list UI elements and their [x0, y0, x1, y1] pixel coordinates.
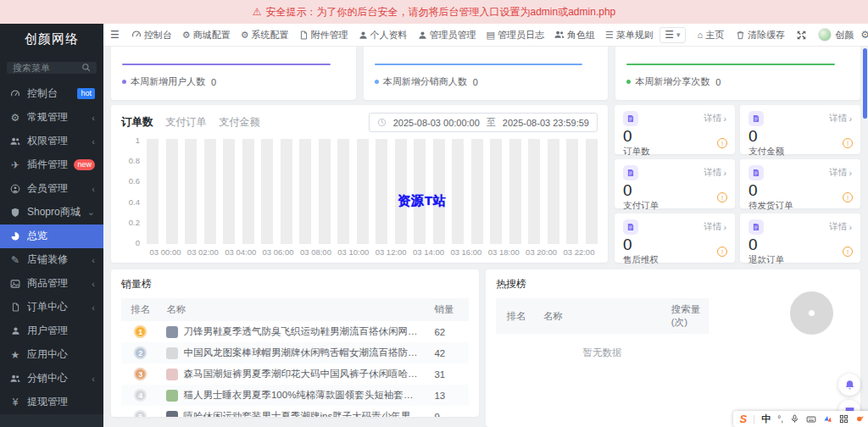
detail-link[interactable]: 详情› [704, 113, 727, 125]
fullscreen-icon[interactable] [792, 30, 811, 40]
sidebar-item[interactable]: ⚙常规管理‹ [0, 106, 103, 130]
topnav-item-label: 系统配置 [252, 29, 289, 42]
users-icon [554, 30, 565, 40]
ime-logo[interactable]: S [740, 413, 748, 425]
sidebar-item[interactable]: ✈插件管理new [0, 153, 103, 177]
info-circle-icon[interactable]: ! [717, 247, 727, 257]
detail-link[interactable]: 详情› [704, 167, 727, 179]
ime-symbol-icon[interactable]: °, [777, 414, 783, 424]
topnav-item[interactable]: ▤管理员日志 [481, 29, 549, 42]
sales-rank-row[interactable]: 2中国风龙图案棒球帽男潮牌休闲鸭舌帽女潮流百搭防晒遮阳太阳帽子42 [121, 342, 469, 363]
info-circle-icon[interactable]: ! [843, 247, 853, 257]
tab-paid-amount[interactable]: 支付金额 [220, 115, 260, 130]
sidebar-item[interactable]: Shopro商城⌄ [0, 201, 103, 225]
stat-label: 售后维权 [623, 254, 726, 266]
menu-toggle-icon[interactable]: ☰ [110, 29, 120, 41]
chevron-right-icon: › [724, 222, 727, 232]
rank-medal: 2 [134, 347, 147, 359]
sidebar-item-label: 会员管理 [27, 181, 92, 196]
sidebar-item[interactable]: 控制台hot [0, 82, 103, 106]
detail-link[interactable]: 详情› [830, 113, 853, 125]
security-alert-text: 安全提示：为了你的后台安全，请勿将后台管理入口设置为admin或admin.ph… [266, 5, 616, 19]
chart-placeholder-bar [242, 139, 254, 244]
topnav-item[interactable]: 角色组 [549, 29, 600, 42]
detail-link[interactable]: 详情› [830, 221, 853, 233]
rank-cell: 4 [121, 385, 159, 406]
topnav-item[interactable]: ☰菜单规则 [600, 29, 659, 42]
gauge-icon [131, 30, 142, 40]
ime-toolbar[interactable]: S 中 °, [733, 411, 868, 427]
settings-gear-icon[interactable]: ⚙ [860, 29, 868, 41]
divider [754, 415, 754, 424]
legend: 本周新增用户人数0 [122, 75, 216, 88]
sidebar-search-box[interactable] [7, 62, 97, 74]
sales-rank-row[interactable]: 4猫人男士睡衣男夏季100%纯棉薄款圆领套头短袖套装男ins潮休闲运动可外穿家居… [121, 385, 469, 406]
info-circle-icon[interactable]: ! [843, 192, 853, 202]
clear-cache-button[interactable]: 清除缓存 [731, 29, 790, 42]
brush-icon: ✎ [8, 254, 22, 266]
sidebar-item[interactable]: 订单中心‹ [0, 296, 103, 319]
topnav-item[interactable]: 附件管理 [294, 29, 353, 42]
topnav-item[interactable]: 管理员管理 [413, 29, 481, 42]
order-stat-card: 详情›0支付金额! [740, 105, 860, 154]
ime-skin-icon[interactable] [823, 414, 832, 424]
chevron-left-icon: ‹ [92, 302, 95, 313]
product-name: 中国风龙图案棒球帽男潮牌休闲鸭舌帽女潮流百搭防晒遮阳太阳帽子 [183, 347, 420, 359]
stat-value: 0 [623, 236, 726, 254]
sales-value: 13 [427, 385, 469, 406]
sidebar-item[interactable]: 权限管理‹ [0, 130, 103, 153]
chart-placeholder-bar [566, 139, 578, 244]
stat-card-head: 详情› [748, 111, 852, 126]
info-circle-icon[interactable]: ! [717, 138, 727, 148]
clock-icon [377, 118, 387, 127]
chart-placeholder-bar [586, 139, 598, 244]
chart-placeholder-bar [319, 139, 331, 244]
detail-link[interactable]: 详情› [830, 167, 853, 179]
sales-rank-row[interactable]: 5嘻哈休闲运动套装男士夏季潮牌ins胖子大码青少年男装短裤短袖t恤9 [121, 406, 469, 417]
info-circle-icon[interactable]: ! [843, 138, 853, 148]
cogs-icon: ⚙ [8, 112, 22, 124]
tab-order-count[interactable]: 订单数 [121, 115, 153, 130]
home-button[interactable]: ⌂ 主页 [693, 29, 730, 42]
sidebar-item[interactable]: ★应用中心 [0, 343, 103, 367]
detail-link[interactable]: 详情› [704, 221, 727, 233]
sales-rank-row[interactable]: 1刀锋男鞋夏季透气防臭飞织运动鞋男潮流百搭休闲网面跑步鞋大码4662 [121, 321, 469, 342]
topnav-item[interactable]: ⚙系统配置 [236, 29, 294, 42]
sidebar-item[interactable]: 商品管理‹ [0, 272, 103, 296]
stat-label: 待发货订单 [748, 200, 852, 212]
topnav-item[interactable]: 控制台 [126, 29, 177, 42]
scrollbar-thumb[interactable] [863, 48, 867, 119]
x-tick: 03 02:00 [184, 247, 221, 257]
sidebar-search-input[interactable] [13, 63, 81, 73]
sidebar-item[interactable]: 分销中心‹ [0, 367, 103, 391]
badge-new: new [74, 159, 95, 170]
ime-tool-icon[interactable] [855, 414, 865, 424]
topnav-item-label: 商城配置 [193, 29, 231, 42]
user-menu[interactable]: 创颜 [813, 28, 859, 42]
notification-bell-button[interactable] [838, 374, 860, 396]
product: 猫人男士睡衣男夏季100%纯棉薄款圆领套头短袖套装男ins潮休闲运动可外穿家居服 [166, 389, 420, 402]
topnav-item[interactable]: 个人资料 [353, 29, 413, 42]
sidebar-item[interactable]: 用户管理 [0, 319, 103, 343]
sidebar-item-label: 总览 [27, 229, 95, 243]
sales-rank-row[interactable]: 3森马国潮短裤男夏季潮印花大码中国风裤子休闲嘻哈潮流宽松五分裤31 [121, 363, 469, 385]
info-circle-icon[interactable]: ! [717, 192, 727, 202]
ime-grid-icon[interactable] [839, 414, 849, 424]
sidebar-item[interactable]: 会员管理‹ [0, 177, 103, 201]
mic-icon[interactable] [790, 414, 799, 424]
ime-lang-toggle[interactable]: 中 [761, 413, 771, 425]
date-range-picker[interactable]: 2025-08-03 00:00:00 至 2025-08-03 23:59:5… [369, 113, 598, 132]
sidebar-item[interactable]: ¥提现管理 [0, 391, 103, 414]
detail-link-label: 详情 [704, 221, 722, 233]
user-icon [359, 30, 368, 40]
chevron-down-icon: ⌄ [87, 207, 95, 218]
legend-dot [626, 80, 631, 84]
sidebar-item[interactable]: 总览 [0, 225, 103, 248]
tab-paid-orders[interactable]: 支付订单 [166, 115, 207, 130]
keyboard-icon[interactable] [806, 414, 816, 424]
sidebar-item[interactable]: ✎店铺装修‹ [0, 248, 103, 272]
topnav-item[interactable]: ⚙商城配置 [177, 29, 236, 42]
gauge-icon [8, 89, 22, 99]
y-tick: 1 [136, 136, 140, 145]
tabs-dropdown-button[interactable]: ☰▾ [659, 27, 685, 43]
